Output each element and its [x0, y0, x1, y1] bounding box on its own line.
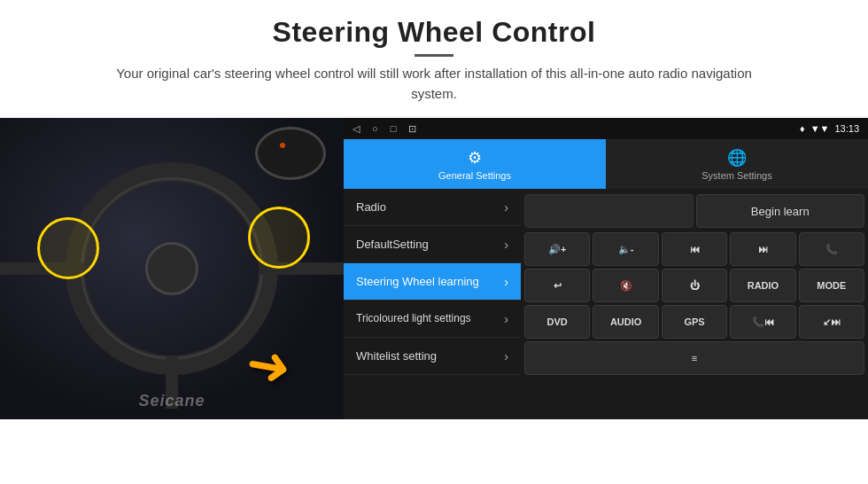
- btn-phone[interactable]: 📞: [799, 232, 864, 266]
- tab-bar: ⚙ General Settings 🌐 System Settings: [344, 139, 868, 189]
- eq-icon: ≡: [692, 353, 697, 363]
- audio-label: AUDIO: [610, 316, 641, 327]
- mode-label: MODE: [817, 280, 846, 291]
- chevron-radio: ›: [504, 200, 508, 215]
- tab-general-label: General Settings: [438, 170, 511, 181]
- subtitle: Your original car's steering wheel contr…: [97, 64, 771, 104]
- btn-eq[interactable]: ≡: [524, 341, 864, 375]
- prev-track-icon: ⏮: [690, 244, 700, 254]
- btn-row-4: ≡: [524, 341, 864, 375]
- btn-mode[interactable]: MODE: [799, 269, 864, 302]
- btn-row-3: DVD AUDIO GPS 📞⏮ ↙⏭: [524, 305, 864, 339]
- phone-icon: 📞: [825, 244, 838, 255]
- btn-call-end[interactable]: ↩: [524, 269, 590, 302]
- clock: 13:13: [834, 123, 859, 134]
- highlight-circle-left: [37, 217, 99, 279]
- menu-item-radio[interactable]: Radio ›: [344, 189, 521, 226]
- power-icon: ⏻: [690, 280, 700, 291]
- menu-item-default[interactable]: DefaultSetting ›: [344, 226, 521, 263]
- btn-prev-track[interactable]: ⏮: [662, 232, 727, 266]
- btn-vol-down[interactable]: 🔈-: [593, 232, 658, 266]
- tab-general-settings[interactable]: ⚙ General Settings: [344, 139, 606, 189]
- highlight-circle-right: [248, 207, 310, 269]
- status-bar: ◁ ○ □ ⊡ ♦ ▼▼ 13:13: [344, 118, 868, 139]
- status-nav-icons: ◁ ○ □ ⊡: [353, 123, 416, 135]
- btn-next-track[interactable]: ⏭: [730, 232, 795, 266]
- nav-back-icon[interactable]: ◁: [353, 123, 360, 135]
- btn-dvd[interactable]: DVD: [524, 305, 590, 339]
- tab-system-label: System Settings: [701, 170, 771, 181]
- vol-down-icon: 🔈-: [618, 244, 634, 255]
- menu-item-whitelist[interactable]: Whitelist setting ›: [344, 338, 521, 375]
- btn-mute[interactable]: 🔇: [593, 269, 658, 302]
- tab-system-settings[interactable]: 🌐 System Settings: [606, 139, 868, 189]
- chevron-default: ›: [504, 238, 508, 252]
- right-panel: Begin learn 🔊+ 🔈- ⏮: [521, 189, 868, 419]
- begin-learn-button[interactable]: Begin learn: [696, 194, 865, 228]
- nav-square-icon[interactable]: □: [391, 123, 397, 134]
- sw-center-hub: [145, 242, 198, 295]
- mute-icon: 🔇: [620, 280, 632, 292]
- vol-up-icon: 🔊+: [548, 244, 566, 255]
- header: Steering Wheel Control Your original car…: [0, 0, 868, 111]
- android-screen: ◁ ○ □ ⊡ ♦ ▼▼ 13:13 ⚙ General Settings: [344, 118, 868, 419]
- btn-tel-next[interactable]: ↙⏭: [799, 305, 864, 339]
- title-divider: [415, 54, 453, 57]
- arrow-indicator: ➜: [242, 336, 295, 396]
- main-content: ➜ Seicane ◁ ○ □ ⊡ ♦ ▼▼ 13:13: [0, 118, 868, 484]
- nav-dot-icon[interactable]: ⊡: [408, 123, 416, 135]
- page-wrapper: Steering Wheel Control Your original car…: [0, 0, 868, 484]
- chevron-tricoloured: ›: [504, 312, 508, 326]
- btn-vol-up[interactable]: 🔊+: [524, 232, 590, 266]
- left-menu: Radio › DefaultSetting › Steering Wheel …: [344, 189, 521, 419]
- btn-power[interactable]: ⏻: [662, 269, 727, 302]
- steering-bg: ➜ Seicane: [0, 118, 344, 419]
- btn-radio[interactable]: RADIO: [730, 269, 795, 302]
- status-right: ♦ ▼▼ 13:13: [800, 123, 859, 134]
- watermark: Seicane: [138, 392, 205, 410]
- gps-label: GPS: [684, 316, 704, 327]
- general-settings-icon: ⚙: [468, 148, 482, 168]
- wifi-icon: ▼▼: [810, 123, 830, 134]
- radio-label: RADIO: [748, 280, 779, 291]
- dvd-label: DVD: [547, 316, 568, 327]
- chevron-steering: ›: [504, 275, 508, 289]
- btn-tel-prev[interactable]: 📞⏮: [730, 305, 795, 339]
- tel-next-icon: ↙⏭: [823, 316, 841, 328]
- menu-item-steering[interactable]: Steering Wheel learning ›: [344, 263, 521, 301]
- btn-row-2: ↩ 🔇 ⏻ RADIO MODE: [524, 269, 864, 302]
- next-track-icon: ⏭: [758, 244, 768, 254]
- btn-audio[interactable]: AUDIO: [593, 305, 658, 339]
- tel-prev-icon: 📞⏮: [752, 316, 774, 328]
- menu-item-tricoloured[interactable]: Tricoloured light settings ›: [344, 301, 521, 338]
- screen-body: Radio › DefaultSetting › Steering Wheel …: [344, 189, 868, 419]
- chevron-whitelist: ›: [504, 349, 508, 363]
- dashboard-gauge: [255, 127, 326, 180]
- call-end-icon: ↩: [554, 280, 562, 292]
- nav-home-icon[interactable]: ○: [372, 123, 378, 134]
- btn-gps[interactable]: GPS: [662, 305, 727, 339]
- btn-row-1: 🔊+ 🔈- ⏮ ⏭ 📞: [524, 232, 864, 266]
- steering-wheel-outer: [66, 162, 278, 375]
- gps-icon: ♦: [800, 123, 805, 134]
- empty-slot: [524, 194, 694, 228]
- system-settings-icon: 🌐: [727, 148, 747, 168]
- steering-image: ➜ Seicane: [0, 118, 344, 419]
- page-title: Steering Wheel Control: [0, 16, 868, 49]
- top-row: Begin learn: [524, 192, 864, 230]
